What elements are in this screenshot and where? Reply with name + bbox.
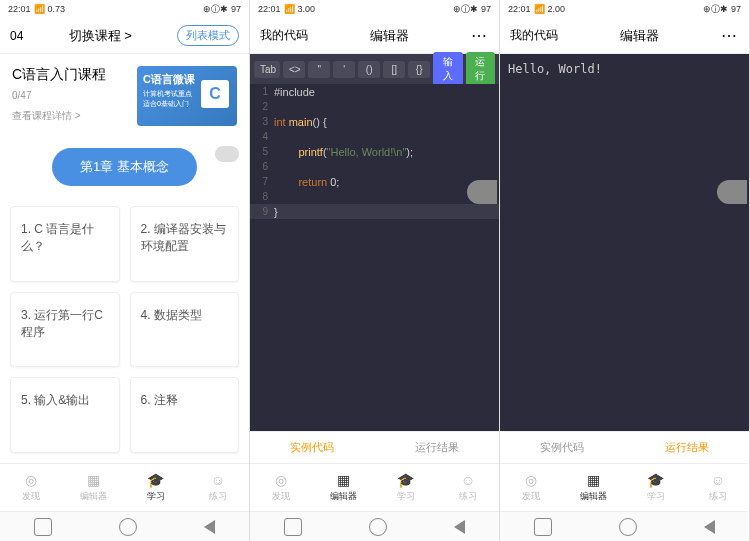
code-icon: ▦ [583,472,603,488]
graduation-icon: 🎓 [146,472,166,488]
tool-bracket[interactable]: [] [383,61,405,78]
lesson-card[interactable]: 6. 注释 [130,377,240,453]
recents-button[interactable] [534,518,552,536]
back-button[interactable] [454,520,465,534]
my-code-link[interactable]: 我的代码 [510,27,558,44]
tab-example[interactable]: 实例代码 [250,432,375,463]
android-nav [0,511,249,541]
run-button[interactable]: 运行 [466,52,495,86]
tab-result[interactable]: 运行结果 [625,432,750,463]
status-bar: 22:01📶3.00 ⊕ⓘ✱97 [250,0,499,18]
nav-discover[interactable]: ◎发现 [500,464,562,511]
back-button[interactable] [204,520,215,534]
more-icon[interactable]: ⋯ [471,26,489,45]
compass-icon: ◎ [21,472,41,488]
nav-editor[interactable]: ▦编辑器 [62,464,124,511]
c-logo-icon: C [201,80,229,108]
header-left[interactable]: 04 [10,29,23,43]
phone-output: 22:01📶2.00 ⊕ⓘ✱97 我的代码 编辑器 ⋯ Hello, World… [500,0,750,541]
switch-course[interactable]: 切换课程 > [23,27,177,45]
home-button[interactable] [619,518,637,536]
lesson-card[interactable]: 3. 运行第一行C程序 [10,292,120,368]
back-button[interactable] [704,520,715,534]
tab-result[interactable]: 运行结果 [375,432,500,463]
code-line[interactable]: 9} [250,204,499,219]
header: 04 切换课程 > 列表模式 [0,18,249,54]
phone-course-list: 22:01📶0.73 ⊕ⓘ✱97 04 切换课程 > 列表模式 C语言入门课程 … [0,0,250,541]
bottom-nav: ◎发现 ▦编辑器 🎓学习 ☺练习 [500,463,749,511]
course-progress: 0/47 [12,90,106,101]
code-line[interactable]: 3int main() { [250,114,499,129]
tool-paren[interactable]: () [358,61,380,78]
code-line[interactable]: 6 [250,159,499,174]
nav-editor[interactable]: ▦编辑器 [312,464,374,511]
nav-practice[interactable]: ☺练习 [437,464,499,511]
course-promo-card[interactable]: C语言微课 计算机考试重点 适合0基础入门 C [137,66,237,126]
nav-study[interactable]: 🎓学习 [125,464,187,511]
page-title: 编辑器 [558,27,721,45]
course-info: C语言入门课程 0/47 查看课程详情 > C语言微课 计算机考试重点 适合0基… [0,54,249,138]
code-icon: ▦ [83,472,103,488]
nav-study[interactable]: 🎓学习 [375,464,437,511]
compass-icon: ◎ [271,472,291,488]
more-icon[interactable]: ⋯ [721,26,739,45]
assistant-icon[interactable] [717,180,747,204]
brain-icon: ☺ [708,472,728,488]
tool-brace[interactable]: {} [408,61,430,78]
graduation-icon: 🎓 [646,472,666,488]
header: 我的代码 编辑器 ⋯ [250,18,499,54]
robot-icon[interactable] [215,146,239,162]
recents-button[interactable] [284,518,302,536]
lesson-card[interactable]: 1. C 语言是什么？ [10,206,120,282]
code-line[interactable]: 8 [250,189,499,204]
input-button[interactable]: 输入 [433,52,462,86]
home-button[interactable] [369,518,387,536]
android-nav [250,511,499,541]
code-line[interactable]: 7 return 0; [250,174,499,189]
lesson-card[interactable]: 4. 数据类型 [130,292,240,368]
recents-button[interactable] [34,518,52,536]
my-code-link[interactable]: 我的代码 [260,27,308,44]
list-mode-button[interactable]: 列表模式 [177,25,239,46]
output-console: Hello, World! [500,54,749,431]
home-button[interactable] [119,518,137,536]
code-line[interactable]: 2 [250,99,499,114]
editor-toolbar: Tab <> " ' () [] {} 输入 运行 [250,54,499,84]
tool-tag[interactable]: <> [283,61,305,78]
android-nav [500,511,749,541]
nav-practice[interactable]: ☺练习 [687,464,749,511]
bottom-nav: ◎发现 ▦编辑器 🎓学习 ☺练习 [0,463,249,511]
nav-discover[interactable]: ◎发现 [0,464,62,511]
tab-example[interactable]: 实例代码 [500,432,625,463]
nav-study[interactable]: 🎓学习 [625,464,687,511]
code-icon: ▦ [333,472,353,488]
tool-dquote[interactable]: " [308,61,330,78]
page-title: 编辑器 [308,27,471,45]
header: 我的代码 编辑器 ⋯ [500,18,749,54]
nav-editor[interactable]: ▦编辑器 [562,464,624,511]
tool-tab[interactable]: Tab [254,61,280,78]
assistant-icon[interactable] [467,180,497,204]
graduation-icon: 🎓 [396,472,416,488]
nav-discover[interactable]: ◎发现 [250,464,312,511]
status-bar: 22:01📶0.73 ⊕ⓘ✱97 [0,0,249,18]
brain-icon: ☺ [208,472,228,488]
lesson-grid: 1. C 语言是什么？ 2. 编译器安装与环境配置 3. 运行第一行C程序 4.… [0,196,249,463]
phone-editor: 22:01📶3.00 ⊕ⓘ✱97 我的代码 编辑器 ⋯ Tab <> " ' (… [250,0,500,541]
compass-icon: ◎ [521,472,541,488]
tool-squote[interactable]: ' [333,61,355,78]
course-title: C语言入门课程 [12,66,106,84]
nav-practice[interactable]: ☺练习 [187,464,249,511]
brain-icon: ☺ [458,472,478,488]
code-line[interactable]: 4 [250,129,499,144]
lesson-card[interactable]: 5. 输入&输出 [10,377,120,453]
status-bar: 22:01📶2.00 ⊕ⓘ✱97 [500,0,749,18]
code-line[interactable]: 1#include [250,84,499,99]
code-editor[interactable]: 1#include 23int main() {45 printf("Hello… [250,84,499,431]
course-detail-link[interactable]: 查看课程详情 > [12,109,106,123]
result-tabs: 实例代码 运行结果 [250,431,499,463]
chapter-pill[interactable]: 第1章 基本概念 [52,148,197,186]
code-line[interactable]: 5 printf("Hello, World!\n"); [250,144,499,159]
bottom-nav: ◎发现 ▦编辑器 🎓学习 ☺练习 [250,463,499,511]
lesson-card[interactable]: 2. 编译器安装与环境配置 [130,206,240,282]
